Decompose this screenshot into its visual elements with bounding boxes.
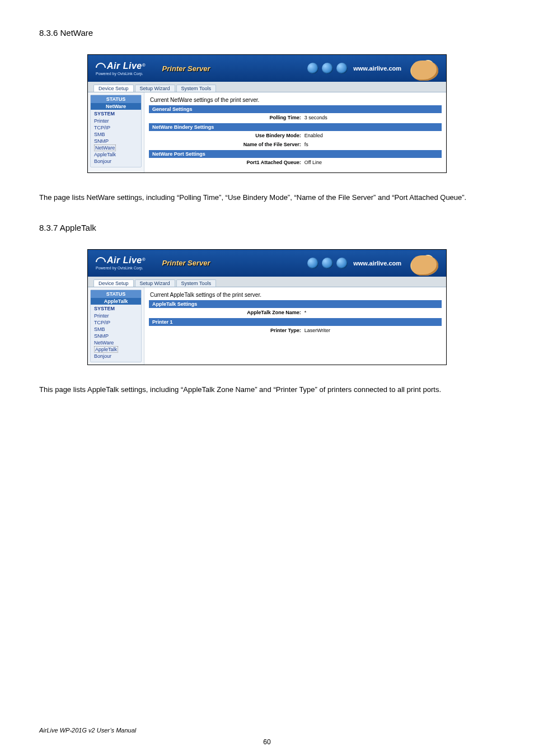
product-title: Printer Server xyxy=(162,259,210,267)
row-port-queue: Port1 Attached Queue: Off Line xyxy=(149,158,442,167)
label-bindery-mode: Use Bindery Mode: xyxy=(152,133,305,138)
sidebar-system-heading: SYSTEM xyxy=(91,305,141,311)
sidebar-item-snmp[interactable]: SNMP xyxy=(94,138,138,144)
sidebar-item-tcpip[interactable]: TCP/IP xyxy=(94,124,138,131)
page-number: 60 xyxy=(0,738,534,746)
section-bar-appletalk-settings: AppleTalk Settings xyxy=(149,300,442,308)
brand-subtitle: Powered by OvisLink Corp. xyxy=(96,72,146,76)
row-file-server: Name of the File Server: fs xyxy=(149,140,442,149)
row-polling-time: Polling Time: 3 seconds xyxy=(149,113,442,122)
appletalk-screenshot: Air Live® Powered by OvisLink Corp. Prin… xyxy=(87,249,447,365)
label-port-queue: Port1 Attached Queue: xyxy=(152,160,305,165)
sidebar-item-netware[interactable]: NetWare xyxy=(94,339,138,346)
site-url[interactable]: www.airlive.com xyxy=(353,65,401,72)
brand-logo: Air Live® Powered by OvisLink Corp. xyxy=(96,256,146,270)
sidebar-item-snmp[interactable]: SNMP xyxy=(94,333,138,339)
sidebar-item-smb[interactable]: SMB xyxy=(94,326,138,333)
brand-logo: Air Live® Powered by OvisLink Corp. xyxy=(96,62,146,76)
value-port-queue: Off Line xyxy=(305,160,438,165)
row-printer-type: Printer Type: LaserWriter xyxy=(149,326,442,335)
sidebar-item-tcpip[interactable]: TCP/IP xyxy=(94,319,138,326)
brand-subtitle: Powered by OvisLink Corp. xyxy=(96,266,146,270)
sidebar: STATUS NetWare SYSTEM Printer TCP/IP SMB… xyxy=(88,92,144,172)
sidebar-item-netware[interactable]: NetWare xyxy=(94,144,116,151)
label-zone-name: AppleTalk Zone Name: xyxy=(152,310,305,315)
tab-device-setup[interactable]: Device Setup xyxy=(93,279,134,287)
wifi-icon xyxy=(96,59,106,66)
tab-bar: Device Setup Setup Wizard System Tools xyxy=(88,277,446,287)
row-zone-name: AppleTalk Zone Name: * xyxy=(149,308,442,317)
site-url[interactable]: www.airlive.com xyxy=(353,260,401,267)
sidebar-current-section: AppleTalk xyxy=(91,298,141,305)
globe-icon[interactable] xyxy=(322,258,333,269)
app-header: Air Live® Powered by OvisLink Corp. Prin… xyxy=(88,55,446,82)
value-printer-type: LaserWriter xyxy=(305,328,438,333)
value-zone-name: * xyxy=(305,310,438,315)
sidebar-item-printer[interactable]: Printer xyxy=(94,312,138,319)
globe-icon[interactable] xyxy=(336,258,348,269)
label-printer-type: Printer Type: xyxy=(152,328,305,333)
tab-system-tools[interactable]: System Tools xyxy=(176,85,216,92)
mascot-image xyxy=(409,56,441,81)
section-bar-port: NetWare Port Settings xyxy=(149,150,442,158)
netware-description: The page lists NetWare settings, includi… xyxy=(39,190,495,206)
tab-system-tools[interactable]: System Tools xyxy=(176,279,216,287)
value-polling-time: 3 seconds xyxy=(305,115,438,120)
label-polling-time: Polling Time: xyxy=(152,115,305,120)
content-caption: Current NetWare settings of the print se… xyxy=(150,97,442,103)
section-bar-printer1: Printer 1 xyxy=(149,318,442,326)
sidebar-item-smb[interactable]: SMB xyxy=(94,131,138,138)
sidebar-current-section: NetWare xyxy=(91,103,141,110)
label-file-server: Name of the File Server: xyxy=(152,142,305,147)
sidebar-item-bonjour[interactable]: Bonjour xyxy=(94,353,138,360)
section-heading-appletalk: 8.3.7 AppleTalk xyxy=(39,223,495,232)
mascot-image xyxy=(409,251,441,276)
globe-icon[interactable] xyxy=(336,63,348,74)
globe-icon[interactable] xyxy=(307,258,318,269)
product-title: Printer Server xyxy=(162,64,210,73)
tab-bar: Device Setup Setup Wizard System Tools xyxy=(88,82,446,92)
wifi-icon xyxy=(96,254,106,260)
sidebar-item-bonjour[interactable]: Bonjour xyxy=(94,158,138,165)
globe-icon[interactable] xyxy=(307,63,318,74)
section-bar-general: General Settings xyxy=(149,105,442,113)
sidebar-system-heading: SYSTEM xyxy=(91,110,141,116)
section-bar-bindery: NetWare Bindery Settings xyxy=(149,123,442,131)
content-pane: Current AppleTalk settings of the print … xyxy=(144,287,446,365)
netware-screenshot: Air Live® Powered by OvisLink Corp. Prin… xyxy=(87,54,447,173)
tab-device-setup[interactable]: Device Setup xyxy=(93,85,134,92)
sidebar-status-heading: STATUS xyxy=(91,95,141,103)
footer-text: AirLive WP-201G v2 User’s Manual xyxy=(39,727,495,734)
sidebar: STATUS AppleTalk SYSTEM Printer TCP/IP S… xyxy=(88,287,144,365)
content-caption: Current AppleTalk settings of the print … xyxy=(150,292,442,298)
sidebar-item-printer[interactable]: Printer xyxy=(94,118,138,124)
appletalk-description: This page lists AppleTalk settings, incl… xyxy=(39,382,495,398)
sidebar-item-appletalk[interactable]: AppleTalk xyxy=(94,346,118,353)
brand-name: Air Live xyxy=(107,255,142,265)
value-bindery-mode: Enabled xyxy=(305,133,438,138)
content-pane: Current NetWare settings of the print se… xyxy=(144,92,446,172)
row-bindery-mode: Use Bindery Mode: Enabled xyxy=(149,131,442,140)
globe-icon[interactable] xyxy=(322,63,333,74)
tab-setup-wizard[interactable]: Setup Wizard xyxy=(135,279,175,287)
value-file-server: fs xyxy=(305,142,438,147)
sidebar-item-appletalk[interactable]: AppleTalk xyxy=(94,151,138,158)
app-header: Air Live® Powered by OvisLink Corp. Prin… xyxy=(88,250,446,277)
section-heading-netware: 8.3.6 NetWare xyxy=(39,28,495,38)
tab-setup-wizard[interactable]: Setup Wizard xyxy=(135,85,175,92)
brand-name: Air Live xyxy=(107,61,142,71)
sidebar-status-heading: STATUS xyxy=(91,290,141,298)
